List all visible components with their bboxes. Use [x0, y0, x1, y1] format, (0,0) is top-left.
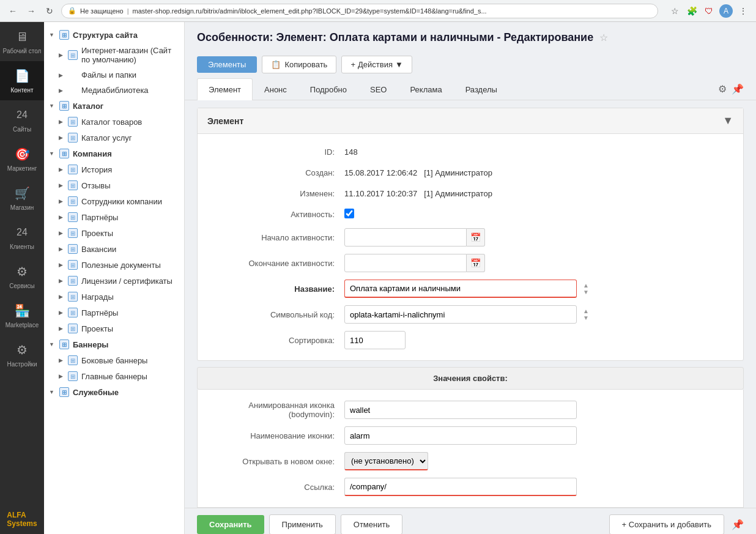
bottom-pin-icon[interactable]: 📌	[732, 519, 744, 530]
arrow-icon: ▶	[59, 262, 63, 268]
active-checkbox[interactable]	[344, 209, 354, 218]
tab-element[interactable]: Элемент	[197, 78, 253, 100]
sidebar-item-content[interactable]: 📄 Контент	[0, 61, 44, 100]
nav-item-reviews[interactable]: ▶ ⊞ Отзывы	[44, 177, 184, 193]
nav-item-licenses[interactable]: ▶ ⊞ Лицензии / сертификаты	[44, 273, 184, 289]
menu-icon[interactable]: ⋮	[736, 4, 750, 18]
address-bar[interactable]: 🔒 Не защищено | master-shop.redsign.ru/b…	[61, 4, 658, 18]
link-input[interactable]	[344, 478, 577, 496]
cancel-button[interactable]: Отменить	[341, 514, 402, 534]
sidebar-item-marketing[interactable]: 🎯 Маркетинг	[0, 139, 44, 179]
structure-icon: ⊞	[59, 30, 69, 40]
arrow-icon: ▼	[49, 389, 54, 395]
bookmark-icon[interactable]: ☆	[668, 4, 681, 18]
input-down-icon[interactable]: ▼	[583, 315, 589, 321]
nav-item-side-banners[interactable]: ▶ ⊞ Боковые баннеры	[44, 352, 184, 368]
open-new-window-select[interactable]: (не установлено) Да Нет	[344, 452, 428, 470]
active-start-input[interactable]	[344, 228, 467, 247]
nav-item-documents[interactable]: ▶ ⊞ Полезные документы	[44, 257, 184, 273]
nav-section-company[interactable]: ▼ ⊞ Компания	[44, 146, 184, 161]
user-icon[interactable]: A	[719, 4, 733, 18]
elements-button[interactable]: Элементы	[197, 56, 257, 73]
tab-detailed[interactable]: Подробно	[298, 78, 358, 100]
nav-item-catalog-products[interactable]: ▶ ⊞ Каталог товаров	[44, 114, 184, 130]
save-add-button[interactable]: + Сохранить и добавить	[609, 514, 724, 534]
catalog-icon: ⊞	[59, 101, 69, 111]
arrow-icon: ▼	[49, 32, 54, 38]
arrow-icon: ▶	[59, 182, 63, 188]
tab-ads[interactable]: Реклама	[398, 78, 453, 100]
sidebar-item-settings[interactable]: ⚙ Настройки	[0, 335, 44, 374]
tab-seo[interactable]: SEO	[358, 78, 398, 100]
arrow-icon: ▶	[59, 87, 63, 94]
back-button[interactable]: ←	[6, 4, 20, 18]
code-input[interactable]	[344, 305, 577, 324]
modified-label: Изменен:	[210, 189, 344, 198]
nav-item-history[interactable]: ▶ ⊞ История	[44, 161, 184, 177]
calendar-start-button[interactable]: 📅	[467, 228, 485, 247]
tab-sections[interactable]: Разделы	[454, 78, 509, 100]
tab-anons[interactable]: Анонс	[253, 78, 298, 100]
nav-item-awards[interactable]: ▶ ⊞ Награды	[44, 289, 184, 305]
nav-item-main-banners[interactable]: ▶ ⊞ Главные баннеры	[44, 368, 184, 384]
licenses-icon: ⊞	[68, 276, 78, 286]
adblock-icon[interactable]: 🛡	[702, 4, 716, 18]
tabs-gear-icon[interactable]: ⚙	[718, 83, 727, 95]
active-row: Активность:	[198, 204, 743, 224]
arrow-icon: ▶	[59, 198, 63, 204]
reload-button[interactable]: ↻	[43, 4, 56, 18]
nav-item-internet-shop[interactable]: ▶ ⊞ Интернет-магазин (Сайт по умолчанию)	[44, 43, 184, 67]
sidebar-item-services[interactable]: ⚙ Сервисы	[0, 257, 44, 296]
input-up-icon[interactable]: ▲	[583, 308, 589, 314]
element-form-section: Элемент ▼ ID: 148 Создан: 15.08.2017 12:…	[197, 108, 744, 361]
sidebar-item-shop[interactable]: 🛒 Магазин	[0, 179, 44, 218]
sort-input[interactable]	[344, 331, 406, 349]
lock-icon: 🔒	[68, 7, 76, 15]
nav-item-projects1[interactable]: ▶ ⊞ Проекты	[44, 225, 184, 241]
sidebar-item-sites[interactable]: 24 Сайты	[0, 100, 44, 139]
nav-item-employees[interactable]: ▶ ⊞ Сотрудники компании	[44, 193, 184, 209]
nav-item-projects2[interactable]: ▶ ⊞ Проекты	[44, 321, 184, 336]
sidebar-item-alfa[interactable]: ALFASystems	[0, 505, 44, 534]
nav-label-files: Файлы и папки	[81, 70, 136, 80]
open-new-window-label: Открывать в новом окне:	[210, 457, 344, 466]
animated-icon-row: Анимированная иконка (bodymovin):	[198, 397, 743, 423]
animated-icon-input[interactable]	[344, 401, 577, 419]
nav-section-banners[interactable]: ▼ ⊞ Баннеры	[44, 336, 184, 352]
input-up-icon[interactable]: ▲	[583, 283, 589, 289]
sort-value	[344, 331, 731, 349]
nav-item-files[interactable]: ▶ Файлы и папки	[44, 67, 184, 83]
apply-button[interactable]: Применить	[269, 514, 336, 534]
nav-item-vacancies[interactable]: ▶ ⊞ Вакансии	[44, 241, 184, 257]
active-start-row: Начало активности: 📅	[198, 224, 743, 250]
nav-section-catalog[interactable]: ▼ ⊞ Каталог	[44, 98, 184, 114]
actions-button[interactable]: + Действия ▼	[341, 56, 412, 73]
tab-seo-label: SEO	[370, 85, 387, 94]
forward-button[interactable]: →	[24, 4, 38, 18]
copy-button[interactable]: 📋 Копировать	[262, 56, 336, 73]
extensions-icon[interactable]: 🧩	[685, 4, 699, 18]
tabs-pin-icon[interactable]: 📌	[732, 83, 744, 95]
nav-item-partners2[interactable]: ▶ ⊞ Партнёры	[44, 305, 184, 321]
icon-name-input[interactable]	[344, 426, 577, 445]
nav-label-history: История	[81, 165, 112, 174]
collapse-icon[interactable]: ▼	[722, 114, 733, 127]
sidebar-item-desktop[interactable]: 🖥 Рабочий стол	[0, 22, 44, 61]
calendar-end-button[interactable]: 📅	[467, 254, 485, 272]
marketing-label: Маркетинг	[7, 165, 37, 172]
page-title: Особенности: Элемент: Оплата картами и н…	[197, 31, 593, 45]
active-end-input[interactable]	[344, 254, 467, 272]
nav-item-media[interactable]: ▶ Медиабиблиотека	[44, 83, 184, 98]
name-input[interactable]	[344, 280, 577, 298]
code-input-wrap: ▲ ▼	[344, 305, 577, 324]
favorite-star-icon[interactable]: ☆	[599, 32, 608, 43]
sidebar-item-clients[interactable]: 24 Клиенты	[0, 218, 44, 257]
save-button[interactable]: Сохранить	[197, 515, 264, 534]
shop-icon: 🛒	[13, 185, 31, 202]
nav-item-catalog-services[interactable]: ▶ ⊞ Каталог услуг	[44, 130, 184, 146]
input-down-icon[interactable]: ▼	[583, 289, 589, 295]
nav-item-partners1[interactable]: ▶ ⊞ Партнёры	[44, 209, 184, 225]
sidebar-item-marketplace[interactable]: 🏪 Marketplace	[0, 296, 44, 335]
nav-section-structure[interactable]: ▼ ⊞ Структура сайта	[44, 27, 184, 43]
nav-section-service[interactable]: ▼ ⊞ Служебные	[44, 384, 184, 400]
